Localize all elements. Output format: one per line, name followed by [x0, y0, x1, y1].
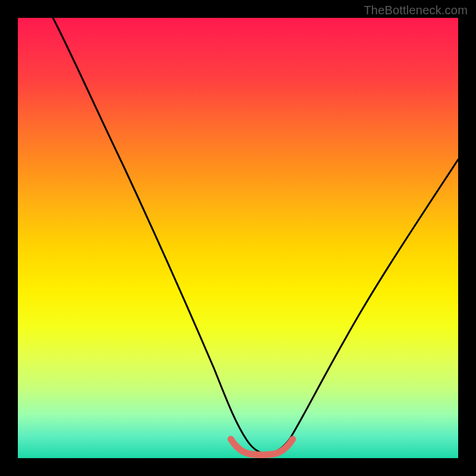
plot-area — [18, 18, 458, 458]
watermark-text: TheBottleneck.com — [364, 4, 468, 17]
chart-frame: TheBottleneck.com — [0, 0, 476, 476]
chart-svg — [18, 18, 458, 458]
curve-main — [53, 18, 458, 453]
curve-valley-highlight — [231, 439, 293, 455]
